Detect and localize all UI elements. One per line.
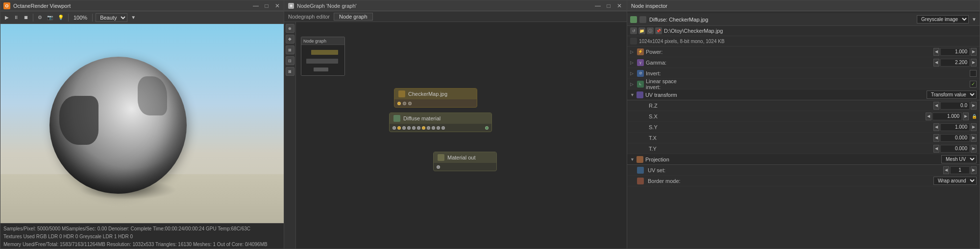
inspector-type-label: Diffuse: CheckerMap.jpg (649, 17, 914, 23)
stop-button[interactable]: ⏹ (22, 13, 30, 23)
diffuse-in11[interactable] (441, 126, 445, 130)
node-graph-tab[interactable]: Node graph (334, 13, 373, 21)
folder-icon[interactable]: 📁 (638, 27, 645, 34)
gamma-value[interactable]: 2.200 (940, 59, 970, 67)
border-mode-dropdown[interactable]: Wrap around (933, 177, 977, 185)
gamma-control[interactable]: ◀ 2.200 ▶ (933, 59, 977, 67)
ty-value[interactable]: 0.000 (940, 145, 970, 153)
rz-dec[interactable]: ◀ (933, 102, 939, 110)
play-button[interactable]: ▶ (3, 13, 10, 23)
minimap-node3 (314, 68, 328, 71)
diffuse-in8[interactable] (427, 126, 430, 130)
power-value[interactable]: 1.000 (940, 48, 970, 56)
checker-conn3[interactable] (408, 102, 412, 105)
ng-tool-zoom[interactable]: ⊞ (286, 45, 294, 54)
diffuse-out[interactable] (485, 126, 489, 130)
minimap-node1 (311, 50, 338, 55)
inspector-file-info: 1024x1024 pixels, 8-bit mono, 1024 KB (639, 39, 725, 44)
sx-dec[interactable]: ◀ (926, 113, 931, 120)
sx-control[interactable]: ◀ 1.000 ▶ (926, 113, 969, 120)
border-mode-icon (637, 178, 644, 184)
matout-node[interactable]: Material out (433, 152, 497, 171)
matout-in1[interactable] (437, 165, 440, 169)
tx-dec[interactable]: ◀ (933, 134, 939, 142)
tx-value[interactable]: 0.000 (940, 134, 970, 142)
inspector-file-row: ↺ 📁 ⓘ 📌 D:\Otoy\CheckerMap.jpg (627, 26, 980, 36)
sy-value[interactable]: 1.000 (940, 123, 970, 131)
ty-inc[interactable]: ▶ (971, 145, 977, 153)
linear-space-checkbox[interactable] (970, 81, 977, 88)
ng-tool-fit[interactable]: ⊡ (286, 56, 294, 65)
diffuse-in4[interactable] (407, 126, 411, 130)
ng-close-button[interactable]: ✕ (616, 2, 623, 9)
diffuse-in9[interactable] (432, 126, 435, 130)
diffuse-in5[interactable] (412, 126, 416, 130)
more-button[interactable]: ▼ (129, 13, 137, 23)
projection-dropdown[interactable]: Mesh UV (941, 155, 977, 163)
ng-maximize-button[interactable]: □ (605, 2, 612, 9)
light-button[interactable]: 💡 (56, 13, 65, 23)
ty-control[interactable]: ◀ 0.000 ▶ (933, 145, 977, 153)
tx-inc[interactable]: ▶ (971, 134, 977, 142)
uv-transform-dropdown[interactable]: Transform value (927, 91, 977, 99)
uv-set-label: UV set: (648, 167, 692, 173)
uv-set-value[interactable]: 1 (950, 166, 970, 174)
projection-arrow: ▼ (630, 157, 635, 162)
diffuse-node[interactable]: Diffuse material (389, 113, 492, 132)
close-button[interactable]: ✕ (274, 2, 281, 9)
sx-inc[interactable]: ▶ (963, 113, 969, 120)
settings-button[interactable]: ⚙ (36, 13, 44, 23)
sx-value[interactable]: 1.000 (932, 113, 962, 120)
ty-dec[interactable]: ◀ (933, 145, 939, 153)
diffuse-in10[interactable] (437, 126, 440, 130)
uv-transform-section[interactable]: ▼ UV transform Transform value (627, 90, 980, 100)
minimize-button[interactable]: — (252, 2, 259, 9)
render-pass-dropdown[interactable]: Beauty (96, 13, 127, 22)
diffuse-node-icon (393, 115, 400, 122)
checker-out-connector[interactable] (397, 102, 401, 105)
diffuse-in3[interactable] (402, 126, 406, 130)
gamma-inc[interactable]: ▶ (971, 59, 977, 67)
power-control[interactable]: ◀ 1.000 ▶ (933, 48, 977, 56)
diffuse-in2[interactable] (397, 126, 401, 130)
diffuse-in6[interactable] (417, 126, 420, 130)
sy-control[interactable]: ◀ 1.000 ▶ (933, 123, 977, 131)
type-dropdown-arrow[interactable]: ▼ (972, 17, 977, 22)
pin-icon[interactable]: 📌 (655, 27, 662, 34)
rz-value[interactable]: 0.0 (940, 102, 970, 110)
checker-node[interactable]: CheckerMap.jpg (394, 88, 477, 108)
rz-inc[interactable]: ▶ (971, 102, 977, 110)
camera-button[interactable]: 📷 (46, 13, 54, 23)
ty-label: T.Y (637, 146, 681, 152)
invert-checkbox[interactable] (970, 70, 977, 77)
power-dec[interactable]: ◀ (933, 48, 939, 56)
diffuse-in1[interactable] (392, 126, 396, 130)
sx-lock-icon[interactable]: 🔒 (972, 114, 977, 119)
nodegraph-canvas[interactable]: Node graph CheckerMap.jpg (296, 22, 627, 249)
info-icon[interactable]: ⓘ (647, 27, 654, 34)
inspector-type-dropdown[interactable]: Greyscale image (917, 15, 969, 23)
ng-minimize-button[interactable]: — (594, 2, 601, 9)
reload-icon[interactable]: ↺ (630, 27, 637, 34)
window-controls[interactable]: — □ ✕ (252, 2, 281, 9)
ng-tool-pin[interactable]: ⊠ (286, 67, 294, 76)
checker-conn2[interactable] (403, 102, 406, 105)
pause-button[interactable]: ⏸ (12, 13, 20, 23)
sy-inc[interactable]: ▶ (971, 123, 977, 131)
viewport-canvas[interactable] (0, 24, 284, 223)
ng-tool-select[interactable]: ⊕ (286, 24, 294, 33)
rz-control[interactable]: ◀ 0.0 ▶ (933, 102, 977, 110)
viewport-titlebar: O OctaneRender Viewport — □ ✕ (0, 0, 284, 11)
sy-dec[interactable]: ◀ (933, 123, 939, 131)
diffuse-in7[interactable] (422, 126, 425, 130)
uv-set-dec[interactable]: ◀ (943, 166, 949, 174)
ng-tool-pan[interactable]: ✥ (286, 35, 294, 44)
gamma-row: ▷ γ Gamma: ◀ 2.200 ▶ (627, 57, 980, 68)
uv-set-control[interactable]: ◀ 1 ▶ (943, 166, 977, 174)
power-inc[interactable]: ▶ (971, 48, 977, 56)
projection-section[interactable]: ▼ Projection Mesh UV (627, 154, 980, 165)
uv-set-inc[interactable]: ▶ (971, 166, 977, 174)
maximize-button[interactable]: □ (263, 2, 270, 9)
gamma-dec[interactable]: ◀ (933, 59, 939, 67)
tx-control[interactable]: ◀ 0.000 ▶ (933, 134, 977, 142)
